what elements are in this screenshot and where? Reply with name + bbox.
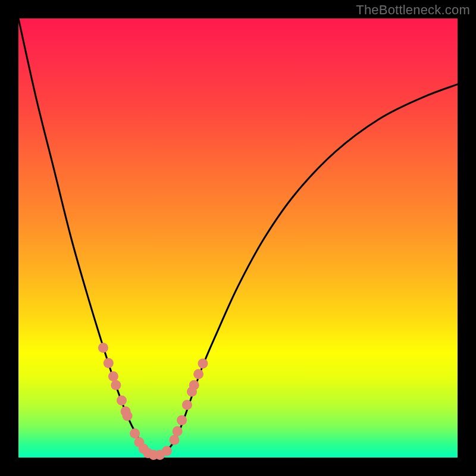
marker-dot [182, 400, 192, 410]
marker-dot [162, 446, 172, 456]
plot-area [18, 18, 458, 458]
marker-dot [189, 380, 199, 390]
marker-dot [104, 358, 114, 368]
marker-dot [117, 396, 127, 406]
curve-layer [18, 18, 458, 458]
marker-dot [177, 415, 187, 425]
marker-group [98, 343, 208, 460]
marker-dot [193, 369, 203, 379]
marker-dot [130, 428, 140, 439]
marker-dot [108, 371, 118, 381]
bottleneck-curve [18, 18, 458, 455]
marker-dot [173, 426, 183, 436]
chart-frame: TheBottleneck.com [0, 0, 476, 476]
watermark-text: TheBottleneck.com [356, 2, 470, 18]
marker-dot [111, 380, 121, 390]
marker-dot [198, 359, 208, 369]
marker-dot [169, 435, 179, 445]
marker-dot [123, 411, 133, 421]
marker-dot [98, 343, 108, 353]
